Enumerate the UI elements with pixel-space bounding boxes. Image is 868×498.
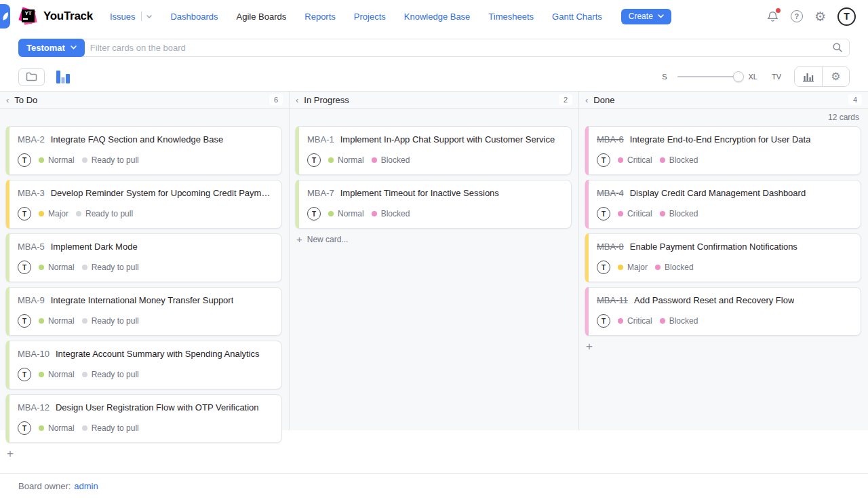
card-size-slider[interactable]	[677, 76, 738, 77]
card-title[interactable]: Display Credit Card Management Dashboard	[630, 188, 806, 198]
card-id[interactable]: MBA-2	[18, 134, 45, 145]
settings-button[interactable]: ⚙	[814, 10, 826, 23]
priority-tag[interactable]: Critical	[618, 155, 652, 165]
state-tag[interactable]: Blocked	[372, 155, 410, 165]
card-assignee-avatar[interactable]: T	[18, 314, 31, 328]
add-card-button[interactable]: +	[7, 448, 18, 459]
card-assignee-avatar[interactable]: T	[18, 207, 31, 221]
column-collapse-icon[interactable]: ‹	[296, 96, 298, 104]
priority-tag[interactable]: Major	[39, 209, 68, 218]
card-id[interactable]: MBA-8	[597, 242, 624, 252]
issue-card[interactable]: MBA-8 Enable Payment Confirmation Notifi…	[585, 233, 861, 282]
state-tag[interactable]: Ready to pull	[82, 155, 139, 165]
card-assignee-avatar[interactable]: T	[597, 207, 610, 221]
card-title[interactable]: Integrate FAQ Section and Knowledge Base	[51, 134, 223, 145]
issue-card[interactable]: MBA-3 Develop Reminder System for Upcomi…	[5, 180, 282, 229]
nav-item-menu[interactable]	[135, 12, 152, 21]
chart-panel-toggle[interactable]	[56, 71, 71, 83]
nav-item-timesheets[interactable]: Timesheets	[488, 12, 534, 22]
column-collapse-icon[interactable]: ‹	[585, 96, 588, 104]
board-selector[interactable]: Testomat	[18, 39, 85, 57]
issue-card[interactable]: MBA-9 Integrate International Money Tran…	[5, 287, 282, 336]
card-title[interactable]: Integrate End-to-End Encryption for User…	[630, 134, 811, 145]
card-id[interactable]: MBA-7	[307, 188, 334, 198]
priority-tag[interactable]: Normal	[39, 316, 75, 326]
state-tag[interactable]: Ready to pull	[82, 370, 139, 379]
user-menu-button[interactable]: T	[837, 7, 856, 26]
priority-tag[interactable]: Normal	[39, 155, 75, 165]
nav-item-reports[interactable]: Reports	[304, 12, 336, 22]
issue-card[interactable]: MBA-5 Implement Dark Mode T Normal Ready…	[5, 233, 282, 282]
priority-tag[interactable]: Major	[618, 263, 648, 272]
card-id[interactable]: MBA-5	[18, 242, 45, 252]
priority-tag[interactable]: Normal	[39, 423, 75, 433]
browser-side-tab[interactable]	[0, 4, 10, 28]
card-id[interactable]: MBA-11	[597, 295, 628, 305]
notifications-button[interactable]	[766, 9, 779, 23]
card-id[interactable]: MBA-9	[18, 295, 45, 305]
tv-mode-button[interactable]: TV	[772, 73, 781, 81]
priority-tag[interactable]: Normal	[39, 263, 75, 272]
add-card-button[interactable]: +	[586, 341, 597, 352]
issue-card[interactable]: MBA-7 Implement Timeout for Inactive Ses…	[295, 180, 572, 229]
state-tag[interactable]: Blocked	[660, 316, 698, 326]
card-assignee-avatar[interactable]: T	[307, 153, 321, 167]
card-id[interactable]: MBA-4	[597, 188, 624, 198]
card-id[interactable]: MBA-12	[18, 402, 50, 413]
column-collapse-icon[interactable]: ‹	[6, 96, 9, 104]
slider-knob[interactable]	[733, 71, 744, 82]
board-owner-link[interactable]: admin	[74, 481, 98, 491]
card-id[interactable]: MBA-10	[18, 349, 50, 359]
card-assignee-avatar[interactable]: T	[597, 153, 610, 167]
sprint-folder-button[interactable]	[18, 68, 45, 86]
state-tag[interactable]: Blocked	[372, 209, 410, 218]
nav-item-gantt-charts[interactable]: Gantt Charts	[552, 12, 602, 22]
issue-card[interactable]: MBA-6 Integrate End-to-End Encryption fo…	[585, 126, 861, 175]
new-card-button[interactable]: +New card...	[296, 233, 578, 245]
nav-item-issues[interactable]: Issues	[110, 12, 153, 22]
nav-item-dashboards[interactable]: Dashboards	[170, 12, 218, 22]
card-id[interactable]: MBA-3	[18, 188, 45, 198]
card-title[interactable]: Implement In-App Chat Support with Custo…	[340, 134, 555, 145]
card-title[interactable]: Design User Registration Flow with OTP V…	[56, 402, 259, 413]
chart-view-button[interactable]	[795, 67, 822, 86]
issue-card[interactable]: MBA-1 Implement In-App Chat Support with…	[295, 126, 572, 175]
state-tag[interactable]: Ready to pull	[82, 423, 139, 433]
card-title[interactable]: Add Password Reset and Recovery Flow	[634, 295, 794, 305]
state-tag[interactable]: Blocked	[660, 155, 698, 165]
card-assignee-avatar[interactable]: T	[597, 314, 610, 328]
card-id[interactable]: MBA-6	[597, 134, 624, 145]
priority-tag[interactable]: Normal	[328, 209, 364, 218]
card-title[interactable]: Integrate International Money Transfer S…	[51, 295, 234, 305]
board-settings-button[interactable]: ⚙	[822, 67, 849, 86]
card-id[interactable]: MBA-1	[307, 134, 334, 145]
card-title[interactable]: Develop Reminder System for Upcoming Cre…	[51, 188, 273, 198]
issue-card[interactable]: MBA-11 Add Password Reset and Recovery F…	[585, 287, 861, 336]
priority-tag[interactable]: Critical	[618, 316, 652, 326]
youtrack-logo[interactable]: YT YouTrack	[20, 7, 93, 25]
card-title[interactable]: Implement Timeout for Inactive Sessions	[340, 188, 499, 198]
card-assignee-avatar[interactable]: T	[597, 261, 610, 274]
search-button[interactable]	[826, 42, 849, 53]
nav-item-knowledge-base[interactable]: Knowledge Base	[404, 12, 471, 22]
state-tag[interactable]: Ready to pull	[82, 316, 139, 326]
help-button[interactable]: ?	[791, 10, 803, 22]
card-assignee-avatar[interactable]: T	[18, 421, 31, 435]
nav-item-agile-boards[interactable]: Agile Boards	[237, 12, 287, 22]
card-assignee-avatar[interactable]: T	[18, 261, 31, 274]
card-title[interactable]: Implement Dark Mode	[51, 242, 138, 252]
issue-card[interactable]: MBA-4 Display Credit Card Management Das…	[585, 180, 861, 229]
state-tag[interactable]: Blocked	[655, 263, 694, 272]
nav-item-projects[interactable]: Projects	[354, 12, 386, 22]
card-assignee-avatar[interactable]: T	[18, 368, 31, 381]
priority-tag[interactable]: Normal	[328, 155, 364, 165]
issue-card[interactable]: MBA-2 Integrate FAQ Section and Knowledg…	[5, 126, 282, 175]
state-tag[interactable]: Blocked	[660, 209, 698, 218]
issue-card[interactable]: MBA-10 Integrate Account Summary with Sp…	[5, 341, 282, 389]
create-button[interactable]: Create	[621, 9, 671, 24]
card-title[interactable]: Integrate Account Summary with Spending …	[56, 349, 260, 359]
filter-input[interactable]	[83, 43, 826, 53]
priority-tag[interactable]: Critical	[618, 209, 652, 218]
issue-card[interactable]: MBA-12 Design User Registration Flow wit…	[5, 394, 282, 443]
card-title[interactable]: Enable Payment Confirmation Notification…	[630, 242, 797, 252]
